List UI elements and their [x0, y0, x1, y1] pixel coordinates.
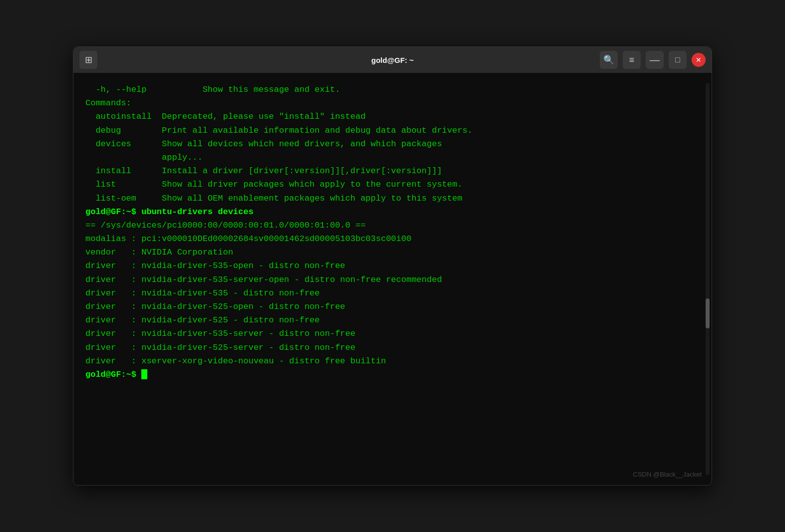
terminal-line: list-oem Show all OEM enablement package…: [85, 192, 700, 205]
scrollbar-thumb[interactable]: [706, 298, 710, 328]
title-bar-left: ⊞: [79, 51, 97, 69]
terminal-window: ⊞ gold@GF: ~ 🔍 ≡ — □ ✕ -h, --help S: [73, 46, 712, 486]
terminal-line: autoinstall Deprecated, please use "inst…: [85, 110, 700, 123]
maximize-button[interactable]: □: [669, 51, 687, 69]
terminal-line: driver : xserver-xorg-video-nouveau - di…: [85, 354, 700, 368]
close-icon: ✕: [696, 56, 702, 64]
minimize-button[interactable]: —: [646, 51, 664, 69]
terminal-cursor: [141, 369, 147, 379]
terminal-line: == /sys/devices/pci0000:00/0000:00:01.0/…: [85, 219, 700, 232]
menu-button[interactable]: ≡: [623, 51, 641, 69]
terminal-line: debug Print all available information an…: [85, 124, 700, 137]
terminal-line: modalias : pci:v000010DEd00002684sv00001…: [85, 232, 700, 246]
terminal-line: driver : nvidia-driver-535-open - distro…: [85, 259, 700, 272]
terminal-line: gold@GF:~$: [85, 368, 700, 381]
menu-icon: ≡: [629, 55, 635, 65]
title-bar: ⊞ gold@GF: ~ 🔍 ≡ — □ ✕: [73, 47, 712, 73]
terminal-line: list Show all driver packages which appl…: [85, 178, 700, 191]
search-button[interactable]: 🔍: [600, 51, 618, 69]
terminal-line: gold@GF:~$ ubuntu-drivers devices: [85, 205, 700, 219]
terminal-line: install Install a driver [driver[:versio…: [85, 164, 700, 178]
search-icon: 🔍: [603, 54, 614, 65]
scrollbar[interactable]: [706, 83, 710, 475]
terminal-line: -h, --help Show this message and exit.: [85, 83, 700, 96]
close-button[interactable]: ✕: [692, 53, 706, 67]
terminal-line: apply...: [85, 151, 700, 164]
terminal-line: driver : nvidia-driver-535 - distro non-…: [85, 286, 700, 300]
terminal-line: driver : nvidia-driver-525-server - dist…: [85, 341, 700, 354]
terminal-line: devices Show all devices which need driv…: [85, 137, 700, 151]
terminal-line: vendor : NVIDIA Corporation: [85, 246, 700, 259]
terminal-line: driver : nvidia-driver-535-server - dist…: [85, 327, 700, 340]
maximize-icon: □: [675, 55, 680, 64]
minimize-icon: —: [650, 54, 660, 66]
terminal-body[interactable]: -h, --help Show this message and exit.Co…: [73, 73, 712, 485]
terminal-line: driver : nvidia-driver-525-open - distro…: [85, 300, 700, 313]
title-bar-controls: 🔍 ≡ — □ ✕: [600, 51, 706, 69]
terminal-line: driver : nvidia-driver-525 - distro non-…: [85, 313, 700, 327]
watermark: CSDN @Black__Jacket: [633, 470, 702, 480]
new-tab-button[interactable]: ⊞: [79, 51, 97, 69]
terminal-line: driver : nvidia-driver-535-server-open -…: [85, 273, 700, 286]
window-title: gold@GF: ~: [371, 56, 413, 64]
terminal-line: Commands:: [85, 96, 700, 110]
new-tab-icon: ⊞: [85, 54, 92, 65]
terminal-output: -h, --help Show this message and exit.Co…: [85, 83, 700, 381]
